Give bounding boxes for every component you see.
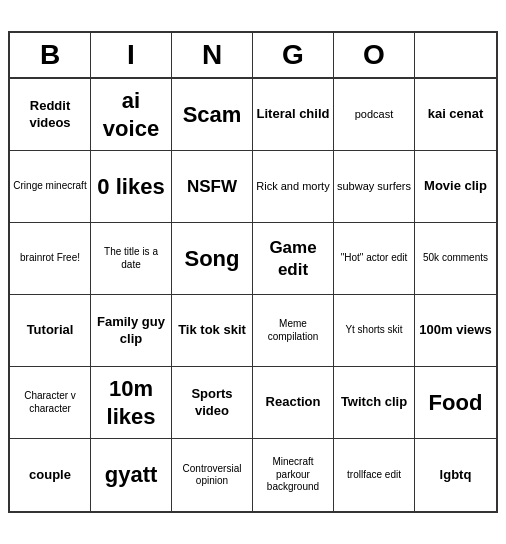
cell-1: ai voice [91,79,172,151]
cell-28: Twitch clip [334,367,415,439]
cell-31: gyatt [91,439,172,511]
bingo-header: BINGO [10,33,496,79]
header-letter-3: G [253,33,334,77]
cell-21: Meme compilation [253,295,334,367]
cell-20: Tik tok skit [172,295,253,367]
cell-12: brainrot Free! [10,223,91,295]
cell-17: 50k comments [415,223,496,295]
cell-10: subway surfers [334,151,415,223]
cell-9: Rick and morty [253,151,334,223]
bingo-grid: Reddit videosai voiceScamLiteral childpo… [10,79,496,511]
cell-3: Literal child [253,79,334,151]
cell-19: Family guy clip [91,295,172,367]
cell-24: Character v character [10,367,91,439]
cell-0: Reddit videos [10,79,91,151]
cell-16: "Hot" actor edit [334,223,415,295]
cell-7: 0 likes [91,151,172,223]
cell-14: Song [172,223,253,295]
header-letter-4: O [334,33,415,77]
header-letter-0: B [10,33,91,77]
cell-26: Sports video [172,367,253,439]
cell-8: NSFW [172,151,253,223]
cell-23: 100m views [415,295,496,367]
cell-11: Movie clip [415,151,496,223]
cell-18: Tutorial [10,295,91,367]
cell-30: couple [10,439,91,511]
cell-4: podcast [334,79,415,151]
cell-35: lgbtq [415,439,496,511]
cell-27: Reaction [253,367,334,439]
cell-22: Yt shorts skit [334,295,415,367]
header-letter-2: N [172,33,253,77]
bingo-card: BINGO Reddit videosai voiceScamLiteral c… [8,31,498,513]
cell-6: Cringe minecraft [10,151,91,223]
cell-34: trollface edit [334,439,415,511]
cell-2: Scam [172,79,253,151]
cell-13: The title is a date [91,223,172,295]
header-letter-1: I [91,33,172,77]
cell-15: Game edit [253,223,334,295]
cell-5: kai cenat [415,79,496,151]
header-letter-5 [415,33,496,77]
cell-32: Controversial opinion [172,439,253,511]
cell-33: Minecraft parkour background [253,439,334,511]
cell-25: 10m likes [91,367,172,439]
cell-29: Food [415,367,496,439]
